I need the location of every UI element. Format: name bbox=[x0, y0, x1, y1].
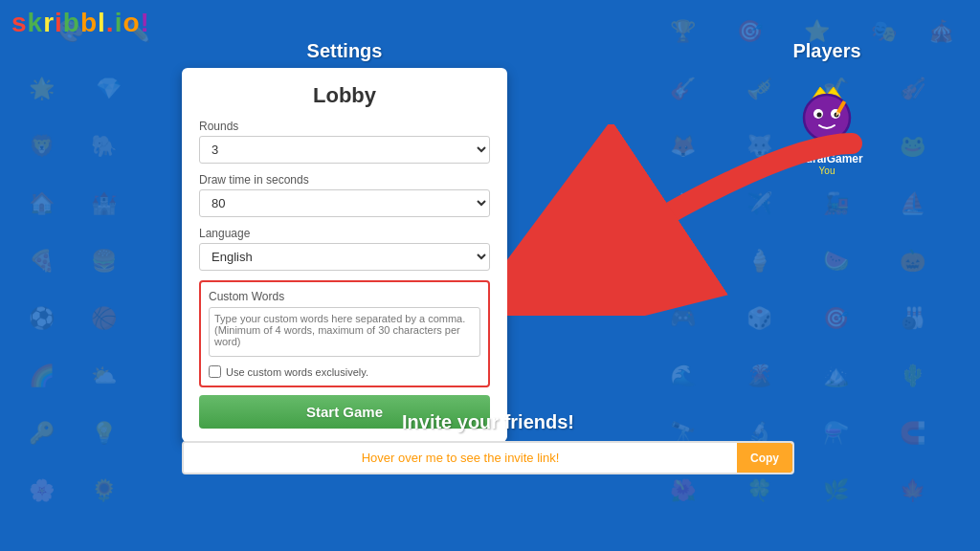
custom-words-label: Custom Words bbox=[209, 290, 480, 303]
settings-title: Settings bbox=[182, 40, 507, 62]
logo-letter-s: s bbox=[11, 8, 28, 37]
logo: skribbl.io! bbox=[11, 8, 150, 38]
invite-section: Invite your friends! Hover over me to se… bbox=[182, 411, 794, 474]
draw-time-group: Draw time in seconds 80 30 45 60 100 120… bbox=[199, 173, 490, 217]
lobby-title: Lobby bbox=[199, 83, 490, 108]
avatar bbox=[793, 72, 860, 148]
copy-button[interactable]: Copy bbox=[737, 443, 792, 473]
use-custom-exclusively-label: Use custom words exclusively. bbox=[226, 366, 368, 378]
logo-letter-b1: b bbox=[63, 8, 80, 37]
invite-link-text[interactable]: Hover over me to see the invite link! bbox=[184, 443, 737, 473]
invite-bar: Hover over me to see the invite link! Co… bbox=[182, 441, 794, 474]
rounds-label: Rounds bbox=[199, 120, 490, 133]
draw-time-label: Draw time in seconds bbox=[199, 173, 490, 187]
player-you-label: You bbox=[819, 165, 835, 176]
settings-section: Settings Lobby Rounds 3 2 4 5 6 7 8 Draw… bbox=[182, 40, 507, 442]
custom-words-checkbox-row: Use custom words exclusively. bbox=[209, 365, 480, 378]
rounds-select[interactable]: 3 2 4 5 6 7 8 bbox=[199, 136, 490, 164]
logo-dot: . bbox=[106, 8, 115, 37]
lobby-card: Lobby Rounds 3 2 4 5 6 7 8 Draw time in … bbox=[182, 68, 507, 442]
logo-letter-i: i bbox=[55, 8, 63, 37]
custom-words-textarea[interactable] bbox=[209, 307, 480, 357]
logo-letter-l: l bbox=[98, 8, 106, 37]
logo-exclamation: ! bbox=[141, 8, 150, 37]
logo-letter-b2: b bbox=[80, 8, 98, 37]
player-name: NeuralGamer bbox=[791, 152, 862, 165]
language-group: Language English Deutsch French Spanish bbox=[199, 227, 490, 271]
language-label: Language bbox=[199, 227, 490, 240]
invite-title: Invite your friends! bbox=[182, 411, 794, 433]
use-custom-exclusively-checkbox[interactable] bbox=[209, 365, 221, 378]
language-select[interactable]: English Deutsch French Spanish bbox=[199, 243, 490, 271]
players-section: Players NeuralGamer You bbox=[750, 40, 903, 176]
logo-letter-k: k bbox=[28, 8, 44, 37]
logo-letter-r: r bbox=[43, 8, 55, 37]
players-title: Players bbox=[750, 40, 903, 62]
svg-point-4 bbox=[817, 113, 822, 118]
player-avatar-container: NeuralGamer You bbox=[750, 72, 903, 176]
draw-time-select[interactable]: 80 30 45 60 100 120 150 180 bbox=[199, 189, 490, 217]
rounds-group: Rounds 3 2 4 5 6 7 8 bbox=[199, 120, 490, 164]
custom-words-box: Custom Words Use custom words exclusivel… bbox=[199, 280, 490, 387]
logo-letter-o: o bbox=[122, 8, 140, 37]
